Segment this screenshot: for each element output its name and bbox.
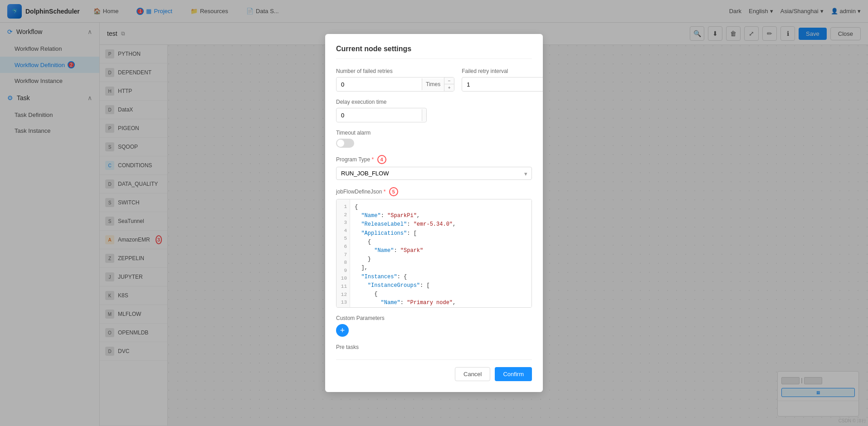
code-line: "Name": "Spark": [355, 247, 527, 255]
delay-execution-unit: Minute: [422, 109, 427, 121]
code-line: "Applications": [: [355, 229, 527, 238]
code-editor[interactable]: 12345 678910 1112131415 1617 { "Name": "…: [336, 199, 532, 308]
delay-execution-input[interactable]: [336, 109, 422, 121]
program-type-badge: 4: [377, 155, 386, 164]
jobflow-required: *: [384, 189, 386, 195]
code-line: "Name": "SparkPi",: [355, 212, 527, 220]
jobflow-group: jobFlowDefineJson * 5 12345 678910 11121…: [336, 187, 532, 308]
toggle-knob: [337, 140, 344, 147]
code-line: {: [355, 290, 527, 299]
timeout-alarm-group: Timeout alarm: [336, 130, 532, 148]
failed-retries-input[interactable]: [336, 78, 422, 91]
code-line: {: [355, 238, 527, 247]
program-type-label: Program Type * 4: [336, 155, 532, 164]
custom-params-group: Custom Parameters +: [336, 315, 532, 337]
timeout-alarm-toggle[interactable]: [336, 139, 354, 148]
failed-retries-unit: Times: [422, 78, 444, 90]
code-editor-inner: 12345 678910 1112131415 1617 { "Name": "…: [336, 199, 532, 308]
code-line: ],: [355, 264, 527, 272]
code-content[interactable]: { "Name": "SparkPi", "ReleaseLabel": "em…: [350, 199, 532, 308]
program-type-select-wrapper: RUN_JOB_FLOW CREATE_CLUSTER TERMINATE_CL…: [336, 167, 532, 180]
program-type-required: *: [372, 156, 374, 163]
retry-interval-input[interactable]: [462, 78, 543, 91]
confirm-button[interactable]: Confirm: [495, 367, 532, 381]
retry-interval-label: Failed retry interval: [462, 68, 543, 74]
code-line: }: [355, 255, 527, 264]
add-param-button[interactable]: +: [336, 324, 349, 337]
form-row-retries: Number of failed retries Times − + Faile…: [336, 68, 532, 92]
jobflow-label: jobFlowDefineJson * 5: [336, 187, 532, 196]
custom-params-label: Custom Parameters: [336, 315, 532, 321]
failed-retries-stepper: − +: [444, 77, 454, 91]
failed-retries-input-wrapper: Times − +: [336, 77, 454, 92]
current-node-settings-modal: Current node settings Number of failed r…: [325, 34, 543, 392]
code-line: "Name": "Primary node",: [355, 299, 527, 307]
jobflow-badge: 5: [389, 187, 398, 196]
cancel-button[interactable]: Cancel: [455, 367, 490, 381]
modal-title: Current node settings: [336, 45, 532, 59]
pre-tasks-label: Pre tasks: [336, 344, 532, 350]
code-line: {: [355, 203, 527, 212]
program-type-select[interactable]: RUN_JOB_FLOW CREATE_CLUSTER TERMINATE_CL…: [336, 167, 532, 180]
delay-execution-input-wrapper: Minute − +: [336, 108, 427, 122]
retry-interval-input-wrapper: Minute − +: [462, 77, 543, 92]
retry-interval-group: Failed retry interval Minute − +: [462, 68, 543, 92]
delay-execution-group: Delay execution time Minute − +: [336, 99, 532, 122]
code-line: "Instances": {: [355, 273, 527, 281]
failed-retries-decrement[interactable]: −: [444, 77, 454, 84]
failed-retries-increment[interactable]: +: [444, 84, 454, 91]
code-line: "InstanceGroups": [: [355, 281, 527, 290]
modal-overlay: Current node settings Number of failed r…: [0, 0, 868, 426]
failed-retries-group: Number of failed retries Times − +: [336, 68, 454, 92]
timeout-alarm-label: Timeout alarm: [336, 130, 532, 136]
code-line: "ReleaseLabel": "emr-5.34.0",: [355, 220, 527, 229]
modal-footer: Cancel Confirm: [336, 359, 532, 381]
delay-execution-label: Delay execution time: [336, 99, 532, 105]
line-numbers: 12345 678910 1112131415 1617: [336, 199, 350, 308]
program-type-group: Program Type * 4 RUN_JOB_FLOW CREATE_CLU…: [336, 155, 532, 180]
failed-retries-label: Number of failed retries: [336, 68, 454, 74]
pre-tasks-group: Pre tasks: [336, 344, 532, 350]
code-line: "InstanceRole": "MASTER",: [355, 307, 527, 308]
